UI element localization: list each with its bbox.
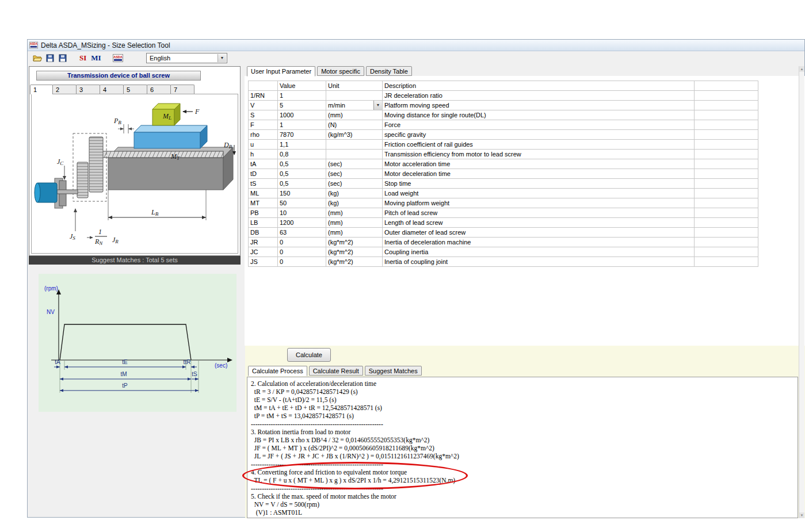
param-description: Outer diameter of lead screw [383,228,695,238]
diagram-tab-7[interactable]: 7 [170,85,194,94]
svg-text:JR: JR [112,236,119,244]
param-name: u [249,140,278,150]
svg-text:(rpm): (rpm) [44,285,58,292]
param-description: Motor deceleration time [383,169,695,179]
param-row-pb: PB10(mm)Pitch of lead screw [249,208,758,218]
tab-motor-specific[interactable]: Motor specific [317,66,364,76]
asda-tool-button[interactable]: ASDA [112,52,124,64]
param-extra-cell [695,228,758,238]
unit-dropdown-arrow-icon[interactable]: ▼ [373,101,382,110]
svg-text:ttR: ttR [184,359,191,365]
diagram-tab-1[interactable]: 1 [30,85,53,94]
param-unit-cell: (kg/m^3) [326,130,383,140]
language-dropdown-arrow-icon[interactable]: ▼ [218,54,226,62]
param-row-js: JS0(kg*m^2)Inertia of coupling joint [249,257,758,267]
param-value-cell[interactable]: 1,1 [278,140,326,150]
tab-suggest-matches[interactable]: Suggest Matches [365,366,422,376]
param-row-ts: tS0,5(sec)Stop time [249,179,758,189]
param-extra-cell [695,189,758,198]
param-extra-cell [695,150,758,159]
vertical-scrollbar[interactable]: ▲ ▼ [799,66,804,518]
param-extra-cell [695,110,758,120]
param-value-cell[interactable]: 0 [278,257,326,267]
save-button[interactable] [44,52,56,64]
param-extra-cell [695,130,758,140]
save-icon [46,54,54,62]
param-extra-cell [695,140,758,150]
open-file-button[interactable] [31,52,44,64]
param-description: Stop time [383,179,695,189]
param-value-cell[interactable]: 1 [278,120,326,130]
mi-units-button[interactable]: MI [89,53,103,63]
param-name: ML [249,189,278,198]
toolbar: SI MI ASDA English ▼ [28,51,804,65]
unit-dropdown-value: m/min [328,102,345,109]
param-name: JR [249,238,278,247]
calculate-button[interactable]: Calculate [287,348,331,362]
calc-output-line: 3. Rotation inertia from load to motor [251,428,795,436]
tab-user-input-parameter[interactable]: User Input Parameter [247,66,315,76]
param-value-cell[interactable]: 1200 [278,218,326,228]
param-unit-cell [326,91,383,101]
param-value-cell[interactable]: 0 [278,247,326,257]
calc-output-line: JL = JF + ( JS + JR + JC + JB x (1/RN)^2… [251,452,795,460]
ballscrew-diagram: JC PB ML F DB MT LB JS 1 RN JR [32,94,238,254]
svg-text:1: 1 [98,228,102,236]
language-select[interactable]: English ▼ [146,53,227,63]
svg-text:tS: tS [192,371,197,377]
param-row-lb: LB1200(mm)Length of lead screw [249,218,758,228]
svg-text:DB: DB [223,141,232,150]
param-value-cell[interactable]: 63 [278,228,326,238]
save-as-button[interactable] [56,52,69,64]
si-units-button[interactable]: SI [77,53,89,63]
diagram-tab-3[interactable]: 3 [76,85,100,94]
svg-text:PB: PB [113,117,121,125]
parameter-column-header [249,81,278,91]
param-extra-cell [695,238,758,247]
param-description: Transmission efficiency from motor to le… [383,150,695,159]
param-value-cell[interactable]: 1000 [278,110,326,120]
svg-text:RN: RN [94,238,103,246]
param-value-cell[interactable]: 50 [278,198,326,208]
parameter-table-body: 1/RN1JR deceleration ratioV5m/min▼Platfo… [249,91,758,267]
window-titlebar[interactable]: ASDA Delta ASDA_MSizing - Size Selection… [28,40,804,51]
param-name: LB [249,218,278,228]
param-description: Moving platform weight [383,198,695,208]
param-value-cell[interactable]: 10 [278,208,326,218]
param-value-cell[interactable]: 0,5 [278,179,326,189]
param-value-cell[interactable]: 5 [278,101,326,110]
param-row-v: V5m/min▼Platform moving speed [249,101,758,110]
param-value-cell[interactable]: 1 [278,91,326,101]
param-value-cell[interactable]: 150 [278,189,326,198]
param-value-cell[interactable]: 7870 [278,130,326,140]
diagram-tab-2[interactable]: 2 [52,85,77,94]
param-value-cell[interactable]: 0 [278,238,326,247]
param-value-cell[interactable]: 0,8 [278,150,326,159]
diagram-tab-5[interactable]: 5 [123,85,147,94]
param-unit-cell[interactable]: m/min▼ [326,101,383,110]
tab-calculate-result[interactable]: Calculate Result [309,366,363,376]
param-name: S [249,110,278,120]
param-value-cell[interactable]: 0,5 [278,159,326,169]
calc-output-line: NV = V / dS = 500(rpm) [251,500,795,508]
diagram-tab-6[interactable]: 6 [147,85,171,94]
scroll-up-icon[interactable]: ▲ [799,66,804,72]
param-extra-cell [695,120,758,130]
param-unit-cell [326,140,383,150]
tab-density-table[interactable]: Density Table [366,66,412,76]
param-unit-cell: (kg*m^2) [326,257,383,267]
param-unit-cell: (sec) [326,169,383,179]
scroll-down-icon[interactable]: ▼ [799,512,804,518]
param-row-h: h0,8Transmission efficiency from motor t… [249,150,758,159]
param-extra-cell [695,101,758,110]
param-unit-cell [326,150,383,159]
tab-calculate-process[interactable]: Calculate Process [248,366,307,376]
svg-text:JS: JS [70,232,75,241]
param-name: rho [249,130,278,140]
param-unit-cell: (mm) [326,208,383,218]
calculation-panel: Calculate Calculate ProcessCalculate Res… [245,346,805,518]
param-value-cell[interactable]: 0,5 [278,169,326,179]
param-description: Force [383,120,695,130]
svg-text:tE: tE [122,359,128,365]
diagram-tab-4[interactable]: 4 [100,85,124,94]
